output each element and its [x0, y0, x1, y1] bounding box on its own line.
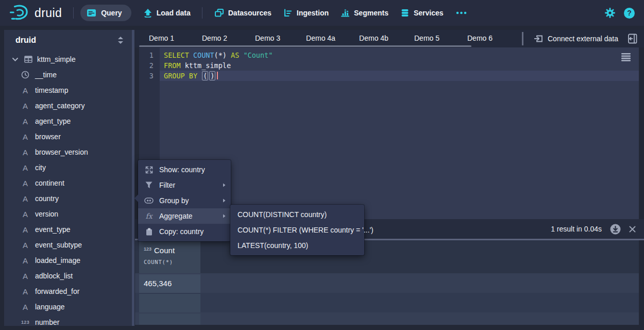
menu-item-label: Filter — [159, 181, 175, 189]
string-type-icon: A — [23, 117, 28, 126]
nav-services[interactable]: Services — [401, 9, 444, 17]
sidebar-item-continent[interactable]: A continent — [4, 175, 132, 191]
nav-services-label: Services — [414, 9, 444, 17]
tab-demo-2[interactable]: Demo 2 — [188, 30, 241, 47]
string-type-icon: A — [23, 163, 28, 172]
help-icon[interactable]: ? — [624, 8, 635, 19]
sidebar-item-time[interactable]: __time — [4, 67, 132, 82]
tab-demo-3[interactable]: Demo 3 — [241, 30, 294, 47]
sql-token: SELECT — [164, 51, 193, 59]
sidebar-item-event-type[interactable]: A event_type — [4, 222, 132, 237]
nav-ingestion[interactable]: Ingestion — [284, 9, 329, 17]
result-cell-empty — [139, 294, 200, 312]
sidebar-item-event-subtype[interactable]: A event_subtype — [4, 237, 132, 253]
maximize-icon — [145, 166, 153, 174]
column-name: forwarded_for — [35, 287, 79, 295]
submenu-item-count-distinct[interactable]: COUNT(DISTINCT country) — [230, 207, 364, 222]
menu-item-show-country[interactable]: Show: country — [138, 162, 231, 177]
sidebar-item-city[interactable]: A city — [4, 160, 132, 175]
sidebar-item-timestamp[interactable]: A timestamp — [4, 82, 132, 98]
sidebar-item-loaded-image[interactable]: A loaded_image — [4, 253, 132, 268]
result-row-stripe — [135, 293, 639, 312]
sidebar-resize-handle[interactable] — [132, 30, 134, 326]
double-caret-vertical-icon[interactable] — [117, 36, 124, 44]
result-cell-empty — [139, 314, 200, 325]
caret-right-icon — [223, 213, 226, 219]
menu-item-group-by[interactable]: Group by — [138, 193, 231, 208]
menu-item-label: Show: country — [159, 166, 205, 174]
nav-query-label: Query — [101, 9, 122, 17]
sidebar-item-version[interactable]: A version — [4, 206, 132, 222]
string-type-icon: A — [23, 210, 28, 219]
result-column-name: Count — [154, 246, 175, 255]
nav-load-data[interactable]: Load data — [144, 9, 191, 18]
sql-token: "Count" — [243, 51, 273, 59]
sidebar-item-forwarded-for[interactable]: A forwarded_for — [4, 284, 132, 299]
filter-icon — [145, 182, 152, 189]
copies-icon — [215, 9, 224, 17]
nav-datasources[interactable]: Datasources — [215, 9, 272, 17]
druid-console: druid Query Load data Datasources — [0, 0, 644, 330]
submenu-item-count-filter[interactable]: COUNT(*) FILTER (WHERE country = '...') — [230, 222, 364, 238]
string-type-icon: A — [23, 225, 28, 234]
sidebar-item-adblock-list[interactable]: A adblock_list — [4, 268, 132, 284]
brand-name: druid — [35, 6, 62, 20]
tab-demo-1[interactable]: Demo 1 — [135, 30, 188, 47]
column-name: country — [35, 194, 59, 203]
column-name: event_type — [35, 225, 71, 234]
nav-segments[interactable]: Segments — [341, 9, 388, 17]
navbar-divider — [73, 7, 74, 19]
string-type-icon: A — [23, 102, 28, 110]
column-name: number — [35, 318, 59, 326]
menu-item-copy-country[interactable]: Copy: country — [138, 224, 231, 239]
connect-external-data-button[interactable]: Connect external data — [534, 30, 618, 47]
line-number: 2 — [139, 60, 160, 71]
number-type-icon: 123 — [21, 320, 29, 325]
menu-icon — [621, 53, 631, 61]
nav-datasources-label: Datasources — [228, 9, 272, 17]
sidebar-item-kttm-simple[interactable]: kttm_simple — [4, 52, 132, 67]
menu-item-aggregate[interactable]: fx Aggregate — [138, 208, 231, 224]
menu-item-filter[interactable]: Filter — [138, 177, 231, 193]
sidebar-item-number[interactable]: 123 number — [4, 315, 132, 326]
sql-token: COUNT — [193, 51, 214, 59]
column-name: continent — [35, 179, 64, 187]
tab-demo-5[interactable]: Demo 5 — [400, 30, 453, 47]
schema-sidebar: druid kttm_simple __time A timestamp A a… — [4, 30, 132, 326]
nav-query[interactable]: Query — [80, 5, 131, 21]
tab-scrollbar-thumb[interactable] — [139, 45, 471, 47]
tab-demo-6[interactable]: Demo 6 — [453, 30, 506, 47]
column-name: timestamp — [35, 86, 69, 94]
upload-icon — [144, 9, 152, 18]
text-cursor — [217, 72, 218, 79]
tab-demo-4b[interactable]: Demo 4b — [347, 30, 400, 47]
table-name: kttm_simple — [37, 55, 76, 63]
query-tab-bar: Demo 1 Demo 2 Demo 3 Demo 4a Demo 4b Dem… — [135, 30, 644, 47]
column-name: language — [35, 303, 65, 311]
column-name: loaded_image — [35, 256, 80, 265]
result-status: 1 result in 0.04s — [551, 225, 602, 233]
sidebar-item-agent-category[interactable]: A agent_category — [4, 98, 132, 113]
chevron-down-icon — [12, 58, 18, 61]
editor-menu-button[interactable] — [621, 53, 631, 61]
more-button[interactable] — [456, 11, 467, 14]
sidebar-item-agent-type[interactable]: A agent_type — [4, 113, 132, 129]
string-type-icon: A — [23, 86, 28, 95]
sidebar-item-browser-version[interactable]: A browser_version — [4, 144, 132, 160]
sidebar-item-language[interactable]: A language — [4, 299, 132, 315]
gear-icon[interactable] — [605, 8, 615, 18]
navbar-right-group: ? — [605, 8, 644, 19]
close-icon[interactable] — [629, 226, 636, 233]
sql-token: FROM — [164, 61, 185, 70]
open-panel-button[interactable] — [628, 34, 637, 44]
result-cell-count[interactable]: 465,346 — [139, 274, 200, 293]
sidebar-item-country[interactable]: A country — [4, 191, 132, 206]
sidebar-item-browser[interactable]: A browser — [4, 129, 132, 144]
result-column-header[interactable]: 123Count COUNT(*) — [139, 241, 200, 273]
column-name: agent_type — [35, 117, 71, 125]
submenu-item-latest[interactable]: LATEST(country, 100) — [230, 238, 364, 253]
tab-demo-4a[interactable]: Demo 4a — [294, 30, 347, 47]
schema-title: druid — [15, 36, 36, 45]
column-name: city — [35, 163, 46, 172]
download-icon[interactable] — [610, 224, 621, 235]
